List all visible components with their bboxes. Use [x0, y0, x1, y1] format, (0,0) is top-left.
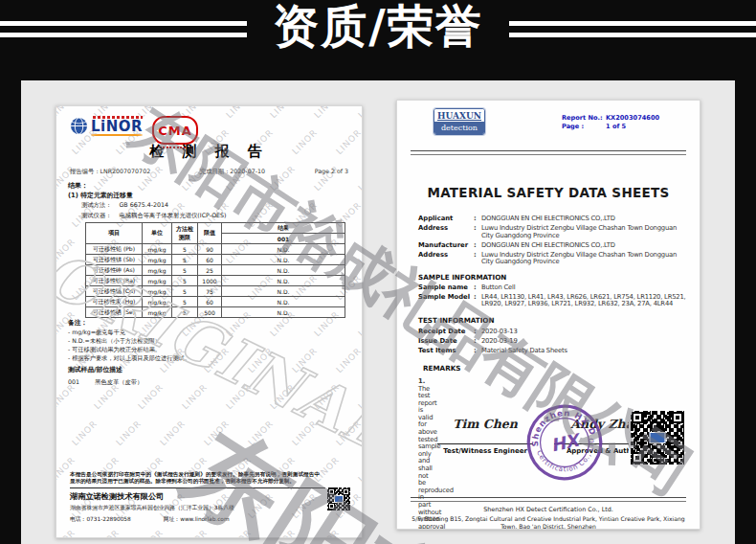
lab-address: 湖南省株洲市芦淞区董家塅高科园创业四路（汇洋工业园）3栋八楼 — [70, 504, 348, 512]
left-cert-meta: 报告编号：LNR2007070702 完成日期：2020-07-10 Page … — [70, 168, 348, 176]
col-unit: 单位 — [143, 223, 172, 244]
completion-date: 完成日期：2020-07-10 — [200, 168, 265, 176]
company-stamp: Shenzhen HX Detect Certification Co., LT… — [518, 396, 611, 488]
section-heading: (1) 特定元素的迁移量 — [68, 191, 133, 200]
globe-icon — [70, 117, 88, 135]
qualification-honor-section: 资质/荣誉 LINORLINORLINORLINORLINORLINORLINO… — [0, 0, 756, 544]
test-method-row: 测试方法：GB 6675.4-2014 — [81, 201, 168, 210]
sample-description: 黑色皮革（皮带） — [95, 378, 143, 385]
signature-role: Test/Witness Engineer — [437, 447, 533, 455]
huaxun-sub: detection — [434, 122, 484, 134]
remarks-heading: REMARKS — [423, 365, 688, 373]
table-row: 可迁移性镉 (Cd)mg/kg575N.D. — [86, 286, 345, 297]
page-value: 1 of 5 — [606, 123, 659, 131]
page-label: Page : — [562, 123, 606, 131]
test-instrument-row: 测试仪器：电感耦合等离子体发射光谱仪(ICP-OES) — [81, 212, 227, 220]
col-result: 结果 — [222, 223, 345, 234]
report-number: 报告编号：LNR2007070702 — [70, 168, 150, 176]
linor-brand: LiNOR — [91, 120, 143, 133]
left-cert-footer: 本报告是公司依据打印在附页中的《测试报告发行规则》的要求发行。除事先另有说明，否… — [70, 471, 348, 524]
lab-company-name: 湖南立诺检测技术有限公司 — [70, 491, 348, 502]
report-number-block: Report No.:KX2003074600 Page :1 of 5 — [562, 114, 659, 131]
footer-rule — [411, 497, 686, 502]
msds-certificate-image[interactable]: HUAXUN detection Report No.:KX2003074600… — [396, 100, 700, 530]
col-limit: 限值 — [198, 223, 222, 244]
report-no-value: KX2003074600 — [606, 114, 659, 123]
test-method-value: GB 6675.4-2014 — [119, 201, 168, 208]
table-row: 可迁移性硒 (Se)mg/kg5500N.D. — [86, 307, 345, 318]
report-no-label: Report No.: — [562, 114, 606, 123]
footer-divider — [70, 487, 348, 488]
cma-badge: CMA — [152, 116, 198, 145]
engineer-signature: Tim Chen Test/Witness Engineer — [437, 417, 533, 455]
col-mdl: 方法检测限 — [172, 223, 198, 244]
linor-swoosh — [91, 134, 143, 137]
remark-line: - 根据客户要求，对以上项目及部位进行测试。 — [68, 353, 190, 362]
huaxun-logo: HUAXUN detection — [434, 108, 485, 135]
linor-test-report-content: LiNOR CMA 检 测 报 告 报告编号：LNR2007070702 完成日… — [56, 106, 362, 537]
sample-id: 001 — [68, 378, 79, 385]
left-cert-title: 检 测 报 告 — [56, 143, 362, 161]
remark-line: - N.D.=未检出（小于方法检测限） — [68, 336, 190, 345]
cert-company-address: 5/F, Building B15, Zongtai Cultural and … — [411, 515, 686, 530]
remarks-block: 备注： - mg/kg=毫克每千克 - N.D.=未检出（小于方法检测限） - … — [68, 319, 190, 362]
remark-line: - mg/kg=毫克每千克 — [68, 328, 190, 336]
msds-title: MATERIAL SAFETY DATA SHEETS — [397, 185, 700, 200]
signature-line — [437, 443, 533, 444]
sample-information-heading: SAMPLE INFORMATION — [418, 274, 688, 282]
banner: 资质/荣誉 — [0, 0, 756, 80]
page-indicator: Page 2 of 3 — [315, 168, 348, 176]
table-row: 可迁移性铅 (Pb)mg/kg590N.D. — [86, 244, 345, 255]
lab-phone: 电话：0731-22890058 — [70, 515, 131, 524]
header-rule — [411, 150, 686, 155]
right-cert-footer: Shenzhen HX Detect Certification Co., Lt… — [411, 497, 686, 530]
huaxun-brand: HUAXUN — [434, 109, 484, 122]
test-information-heading: TEST INFORMATION — [418, 317, 688, 325]
lab-website: 网址：www.linorlab.com — [164, 515, 230, 524]
test-method-label: 测试方法： — [81, 201, 111, 208]
svg-text:HX: HX — [549, 429, 584, 455]
linor-test-report-image[interactable]: LINORLINORLINORLINORLINORLINORLINORLINOR… — [56, 105, 363, 538]
signature-block: Tim Chen Test/Witness Engineer Andy Zhan… — [418, 417, 686, 489]
right-qr-code — [631, 411, 684, 465]
migration-results-table: 项目 单位 方法检测限 限值 结果 001 可迁移性铅 (Pb)mg/kg590… — [85, 222, 345, 318]
remark-line: - 可迁移测试结果为校正分析结果。 — [68, 345, 190, 353]
sample-heading: 测试样品/部位描述 — [68, 365, 156, 374]
table-row: 可迁移性砷 (As)mg/kg525N.D. — [86, 265, 345, 276]
disclaimer-text: 本报告是公司依据打印在附页中的《测试报告发行规则》的要求发行。除事先另有说明，否… — [70, 471, 348, 485]
remarks-heading: 备注： — [68, 319, 190, 328]
linor-logo: LiNOR — [70, 116, 143, 136]
left-qr-code — [327, 487, 350, 510]
cert-company-name: Shenzhen HX Detect Certification Co., Lt… — [411, 506, 686, 513]
result-heading: 结果： — [68, 181, 88, 191]
table-row: 可迁移性钡 (Ba)mg/kg51000N.D. — [86, 276, 345, 286]
test-instrument-value: 电感耦合等离子体发射光谱仪(ICP-OES) — [119, 212, 226, 218]
sample-id-header: 001 — [222, 234, 345, 244]
col-item: 项目 — [86, 223, 143, 244]
table-row: 可迁移性汞 (Hg)mg/kg560N.D. — [86, 297, 345, 307]
table-row: 可迁移性锑 (Sb)mg/kg560N.D. — [86, 255, 345, 265]
test-instrument-label: 测试仪器： — [81, 212, 111, 218]
page-title: 资质/荣誉 — [0, 0, 756, 57]
msds-content: HUAXUN detection Report No.:KX2003074600… — [397, 101, 700, 529]
sample-description-block: 测试样品/部位描述 001 黑色皮革（皮带） — [68, 365, 156, 387]
